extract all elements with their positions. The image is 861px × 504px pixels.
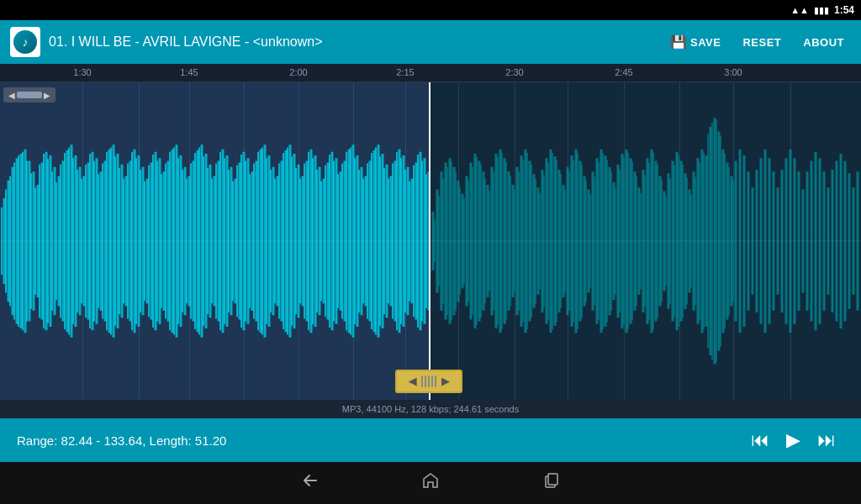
waveform-svg (0, 82, 861, 400)
time-label-145: 1:45 (180, 67, 198, 77)
info-bar: MP3, 44100 Hz, 128 kbps; 244.61 seconds (0, 400, 861, 418)
drag-right-arrow: ▶ (441, 375, 449, 387)
scroll-bar-inner (17, 92, 42, 98)
status-bar: ▲▲ ▮▮▮ 1:54 (0, 0, 861, 20)
track-title: 01. I WILL BE - AVRIL LAVIGNE - <unknown… (49, 34, 655, 50)
play-button[interactable]: ▶ (778, 429, 809, 451)
drag-lines (421, 375, 436, 387)
time-label-200: 2:00 (289, 67, 307, 77)
rewind-icon: ⏮ (751, 429, 769, 451)
app-icon-inner (13, 30, 37, 54)
time-label-230: 2:30 (505, 67, 523, 77)
fast-forward-icon: ⏭ (817, 429, 836, 451)
recents-button[interactable] (541, 470, 562, 496)
drag-handle[interactable]: ◀ ▶ (395, 370, 462, 393)
time-label-300: 3:00 (724, 67, 742, 77)
battery-icon: ▮▮▮ (814, 5, 829, 16)
wifi-icon: ▲▲ (790, 5, 809, 15)
rewind-button[interactable]: ⏮ (742, 429, 778, 451)
time-label-215: 2:15 (396, 67, 414, 77)
back-button[interactable] (299, 470, 320, 496)
play-icon: ▶ (786, 429, 800, 451)
timeline-ruler: 1:30 1:45 2:00 2:15 2:30 2:45 3:00 (0, 64, 861, 82)
controls-bar: Range: 82.44 - 133.64, Length: 51.20 ⏮ ▶… (0, 418, 861, 462)
time-label-245: 2:45 (615, 67, 632, 77)
scroll-left-arrow: ◀ (8, 91, 15, 100)
fast-forward-button[interactable]: ⏭ (809, 429, 844, 451)
time-label-130: 1:30 (73, 67, 91, 77)
cut-line (429, 82, 430, 400)
scroll-right-arrow: ▶ (44, 91, 50, 100)
about-button[interactable]: ABOUT (796, 33, 851, 52)
scroll-handle[interactable]: ◀ ▶ (3, 87, 55, 102)
nav-bar (0, 462, 861, 504)
home-button[interactable] (420, 470, 441, 496)
status-time: 1:54 (834, 4, 854, 16)
toolbar: 01. I WILL BE - AVRIL LAVIGNE - <unknown… (0, 20, 861, 64)
waveform-container[interactable]: 1:30 1:45 2:00 2:15 2:30 2:45 3:00 (0, 64, 861, 400)
save-button[interactable]: 💾 SAVE (663, 31, 728, 54)
waveform-area[interactable]: ◀ ▶ ◀ ▶ (0, 82, 861, 400)
reset-button[interactable]: RESET (736, 33, 788, 52)
save-icon: 💾 (670, 34, 688, 50)
info-text: MP3, 44100 Hz, 128 kbps; 244.61 seconds (342, 404, 519, 414)
app-icon (10, 27, 40, 57)
range-info: Range: 82.44 - 133.64, Length: 51.20 (17, 433, 742, 448)
drag-left-arrow: ◀ (409, 375, 416, 387)
svg-rect-2 (548, 474, 557, 485)
